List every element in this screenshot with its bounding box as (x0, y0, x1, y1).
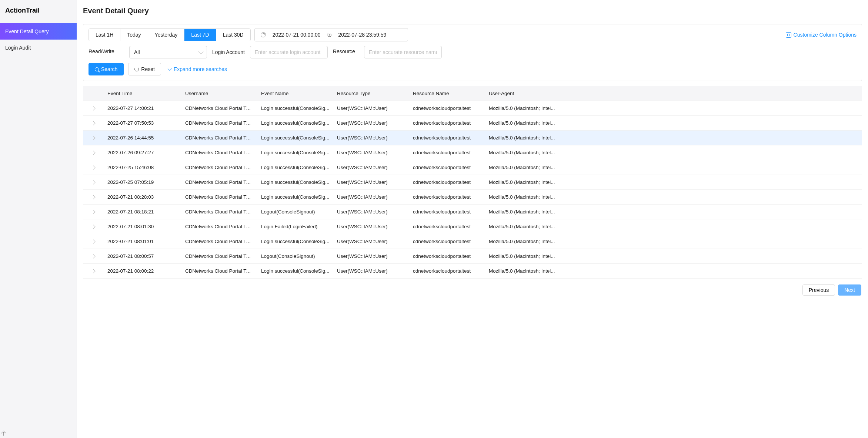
table-row[interactable]: 2022-07-27 14:00:21CDNetworks Cloud Port… (83, 101, 862, 116)
cell-event-name: Login successful(ConsoleSig... (257, 131, 333, 145)
chevron-right-icon[interactable] (91, 121, 95, 125)
col-resource-name[interactable]: Resource Name (409, 86, 485, 101)
cell-user-agent: Mozilla/5.0 (Macintosh; Intel... (485, 205, 862, 219)
row-expand-cell[interactable] (83, 190, 104, 205)
cell-event-name: Login successful(ConsoleSig... (257, 116, 333, 131)
cell-username: CDNetworks Cloud Portal Tes... (181, 131, 257, 145)
row-expand-cell[interactable] (83, 249, 104, 264)
reset-icon (134, 67, 139, 71)
range-last-30d[interactable]: Last 30D (216, 29, 250, 41)
row-expand-cell[interactable] (83, 101, 104, 116)
table-row[interactable]: 2022-07-21 08:00:22CDNetworks Cloud Port… (83, 264, 862, 279)
search-icon (95, 67, 99, 71)
row-expand-cell[interactable] (83, 219, 104, 234)
cell-username: CDNetworks Cloud Portal Tes... (181, 190, 257, 205)
table-row[interactable]: 2022-07-25 15:46:08CDNetworks Cloud Port… (83, 160, 862, 175)
expand-more-searches-link[interactable]: Expand more searches (168, 66, 227, 72)
chevron-right-icon[interactable] (91, 106, 95, 110)
cell-event-name: Login successful(ConsoleSig... (257, 234, 333, 249)
table-row[interactable]: 2022-07-27 07:50:53CDNetworks Cloud Port… (83, 116, 862, 131)
col-resource-type[interactable]: Resource Type (333, 86, 409, 101)
sidebar: ActionTrail Event Detail Query Login Aud… (0, 0, 77, 438)
cell-resource-type: User(WSC::IAM::User) (333, 234, 409, 249)
cell-resource-type: User(WSC::IAM::User) (333, 160, 409, 175)
cell-resource-type: User(WSC::IAM::User) (333, 145, 409, 160)
chevron-right-icon[interactable] (91, 180, 95, 184)
row-expand-cell[interactable] (83, 264, 104, 279)
customize-columns-label: Customize Column Options (794, 32, 857, 38)
prev-page-button[interactable]: Previous (802, 284, 835, 296)
row-expand-cell[interactable] (83, 145, 104, 160)
col-event-name[interactable]: Event Name (257, 86, 333, 101)
row-expand-cell[interactable] (83, 131, 104, 145)
cell-resource-name: cdnetworkscloudportaltest (409, 190, 485, 205)
col-user-agent[interactable]: User-Agent (485, 86, 862, 101)
table-row[interactable]: 2022-07-26 14:44:55CDNetworks Cloud Port… (83, 131, 862, 145)
cell-resource-type: User(WSC::IAM::User) (333, 219, 409, 234)
chevron-right-icon[interactable] (91, 225, 95, 229)
customize-columns-link[interactable]: Customize Column Options (786, 32, 857, 38)
chevron-right-icon[interactable] (91, 195, 95, 199)
reset-button-label: Reset (141, 66, 155, 72)
cell-event-name: Login successful(ConsoleSig... (257, 101, 333, 116)
chevron-right-icon[interactable] (91, 269, 95, 273)
date-to-separator: to (327, 32, 332, 38)
chevron-right-icon[interactable] (91, 254, 95, 258)
table-row[interactable]: 2022-07-21 08:00:57CDNetworks Cloud Port… (83, 249, 862, 264)
cell-event-time: 2022-07-21 08:00:22 (104, 264, 181, 279)
row-expand-cell[interactable] (83, 234, 104, 249)
rw-type-select[interactable]: All (129, 46, 207, 58)
sidebar-item-event-detail-query[interactable]: Event Detail Query (0, 23, 77, 40)
range-yesterday[interactable]: Yesterday (148, 29, 185, 41)
table-row[interactable]: 2022-07-26 09:27:27CDNetworks Cloud Port… (83, 145, 862, 160)
cell-user-agent: Mozilla/5.0 (Macintosh; Intel... (485, 175, 862, 190)
cell-resource-type: User(WSC::IAM::User) (333, 264, 409, 279)
cell-event-name: Logout(ConsoleSignout) (257, 205, 333, 219)
table-row[interactable]: 2022-07-21 08:01:30CDNetworks Cloud Port… (83, 219, 862, 234)
chevron-right-icon[interactable] (91, 165, 95, 169)
resource-name-input[interactable] (364, 46, 442, 58)
search-button[interactable]: Search (89, 63, 124, 75)
pagination: Previous Next (83, 279, 862, 296)
cell-user-agent: Mozilla/5.0 (Macintosh; Intel... (485, 190, 862, 205)
sidebar-item-login-audit[interactable]: Login Audit (0, 40, 77, 56)
date-range-picker[interactable]: 2022-07-21 00:00:00 to 2022-07-28 23:59:… (254, 28, 408, 41)
cell-username: CDNetworks Cloud Portal Tes... (181, 160, 257, 175)
next-page-button[interactable]: Next (838, 284, 861, 296)
table-row[interactable]: 2022-07-21 08:01:01CDNetworks Cloud Port… (83, 234, 862, 249)
table-row[interactable]: 2022-07-25 07:05:19CDNetworks Cloud Port… (83, 175, 862, 190)
reset-button[interactable]: Reset (128, 63, 161, 75)
row-expand-cell[interactable] (83, 205, 104, 219)
cell-user-agent: Mozilla/5.0 (Macintosh; Intel... (485, 234, 862, 249)
chevron-right-icon[interactable] (91, 136, 95, 140)
cell-resource-name: cdnetworkscloudportaltest (409, 116, 485, 131)
col-event-time[interactable]: Event Time (104, 86, 181, 101)
cell-event-time: 2022-07-25 07:05:19 (104, 175, 181, 190)
sidebar-item-label: Event Detail Query (5, 28, 49, 34)
row-expand-cell[interactable] (83, 116, 104, 131)
chevron-right-icon[interactable] (91, 151, 95, 155)
chevron-right-icon[interactable] (91, 239, 95, 243)
row-expand-cell[interactable] (83, 175, 104, 190)
range-last-7d[interactable]: Last 7D (184, 29, 216, 41)
cell-resource-name: cdnetworkscloudportaltest (409, 249, 485, 264)
table-row[interactable]: 2022-07-21 08:28:03CDNetworks Cloud Port… (83, 190, 862, 205)
login-account-input[interactable] (250, 46, 328, 58)
clock-icon (261, 32, 266, 37)
col-username[interactable]: Username (181, 86, 257, 101)
expand-more-label: Expand more searches (174, 66, 227, 72)
table-row[interactable]: 2022-07-21 08:18:21CDNetworks Cloud Port… (83, 205, 862, 219)
range-today[interactable]: Today (120, 29, 148, 41)
cell-resource-type: User(WSC::IAM::User) (333, 205, 409, 219)
chevron-down-icon (168, 67, 172, 71)
cell-username: CDNetworks Cloud Portal Tes... (181, 249, 257, 264)
sidebar-collapse-icon[interactable]: ⇱ (0, 430, 7, 437)
range-last-1h[interactable]: Last 1H (89, 29, 120, 41)
cell-event-time: 2022-07-27 14:00:21 (104, 101, 181, 116)
cell-resource-name: cdnetworkscloudportaltest (409, 234, 485, 249)
col-expand (83, 86, 104, 101)
chevron-right-icon[interactable] (91, 210, 95, 214)
row-expand-cell[interactable] (83, 160, 104, 175)
cell-event-name: Login successful(ConsoleSig... (257, 264, 333, 279)
main-content: Event Detail Query Last 1H Today Yesterd… (77, 0, 868, 438)
